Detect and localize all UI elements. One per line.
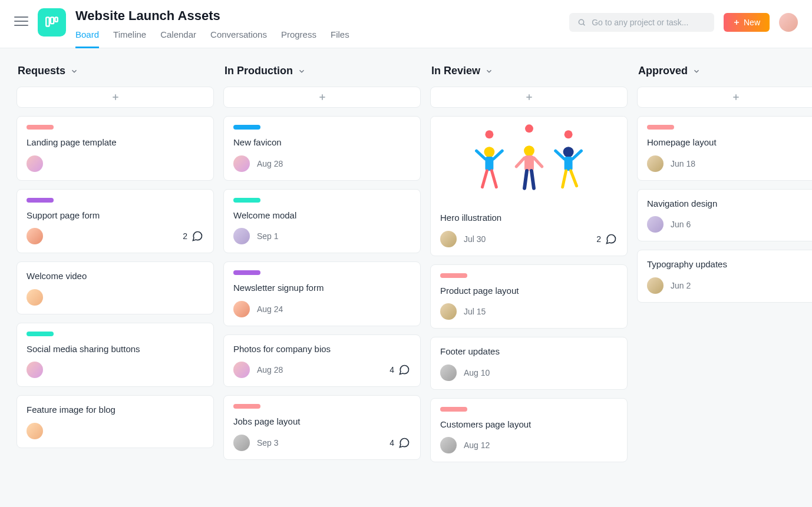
- svg-line-4: [583, 24, 585, 25]
- tab-board[interactable]: Board: [75, 29, 99, 48]
- avatar[interactable]: [27, 362, 43, 378]
- tab-timeline[interactable]: Timeline: [113, 29, 146, 48]
- svg-point-16: [484, 147, 494, 157]
- card-title: Newsletter signup form: [233, 282, 411, 294]
- card-date: Jul 15: [464, 307, 486, 316]
- task-card[interactable]: Navigation design Jun 6: [637, 189, 812, 242]
- column-header[interactable]: In Production: [223, 62, 421, 78]
- task-card[interactable]: Product page layout Jul 15: [430, 264, 628, 329]
- add-card-button[interactable]: [223, 87, 421, 108]
- column-header[interactable]: In Review: [430, 62, 628, 78]
- task-card[interactable]: Welcome modal Sep 1: [223, 189, 421, 254]
- add-card-button[interactable]: [637, 87, 812, 108]
- card-title: Photos for company bios: [233, 343, 411, 355]
- card-footer: Sep 1: [233, 228, 411, 244]
- card-tag: [233, 270, 260, 275]
- task-card[interactable]: Customers page layout Aug 12: [430, 398, 628, 463]
- plus-icon: [318, 92, 327, 102]
- column: In ProductionNew favicon Aug 28 Welcome …: [223, 62, 421, 493]
- plus-icon: [731, 92, 741, 102]
- avatar[interactable]: [647, 155, 664, 172]
- column-header[interactable]: Requests: [16, 62, 214, 78]
- avatar[interactable]: [233, 155, 250, 172]
- avatar[interactable]: [440, 303, 457, 320]
- task-card[interactable]: Landing page template: [16, 116, 214, 181]
- avatar[interactable]: [233, 435, 250, 451]
- card-date: Jun 2: [671, 281, 691, 290]
- card-tag: [233, 404, 260, 409]
- add-card-button[interactable]: [430, 87, 628, 108]
- svg-point-18: [524, 145, 534, 156]
- avatar[interactable]: [27, 155, 43, 172]
- avatar[interactable]: [233, 362, 250, 378]
- card-title: Welcome modal: [233, 210, 411, 221]
- column: RequestsLanding page template Support pa…: [16, 62, 214, 493]
- svg-point-20: [563, 147, 574, 157]
- add-card-button[interactable]: [16, 87, 214, 108]
- new-button[interactable]: New: [724, 13, 770, 32]
- comment-count[interactable]: 2: [596, 233, 618, 245]
- task-card[interactable]: Welcome video: [16, 261, 214, 314]
- card-footer: Aug 28: [233, 155, 411, 172]
- avatar[interactable]: [27, 228, 43, 244]
- card-footer: Aug 28 4: [233, 362, 411, 378]
- comment-count[interactable]: 2: [183, 230, 204, 242]
- menu-icon[interactable]: [14, 14, 28, 28]
- avatar[interactable]: [779, 13, 798, 32]
- card-date: Jul 30: [464, 234, 486, 244]
- svg-point-14: [525, 124, 533, 132]
- avatar[interactable]: [440, 364, 457, 381]
- task-card[interactable]: Newsletter signup form Aug 24: [223, 261, 421, 326]
- avatar[interactable]: [27, 289, 43, 306]
- card-title: Jobs page layout: [233, 416, 411, 428]
- task-card[interactable]: Typography updates Jun 2: [637, 250, 812, 303]
- avatar[interactable]: [233, 228, 250, 244]
- avatar[interactable]: [647, 277, 664, 294]
- tab-progress[interactable]: Progress: [281, 29, 316, 48]
- comment-count[interactable]: 4: [390, 437, 411, 449]
- card-tag: [233, 198, 260, 203]
- search-icon: [577, 18, 586, 27]
- task-card[interactable]: Social media sharing buttons: [16, 323, 214, 387]
- card-date: Sep 1: [257, 231, 279, 241]
- comment-count[interactable]: 4: [390, 364, 411, 376]
- plus-icon: [111, 92, 120, 102]
- card-footer: Aug 12: [440, 437, 618, 453]
- plus-icon: [524, 92, 534, 102]
- card-title: Homepage layout: [647, 137, 812, 148]
- card-title: Feature image for blog: [27, 404, 204, 416]
- task-card[interactable]: Photos for company bios Aug 28 4: [223, 334, 421, 387]
- card-footer: Sep 3 4: [233, 435, 411, 451]
- card-date: Aug 28: [257, 365, 283, 375]
- column: In Review Hero il: [430, 62, 628, 493]
- task-card[interactable]: New favicon Aug 28: [223, 116, 421, 181]
- card-title: Typography updates: [647, 259, 812, 270]
- task-card[interactable]: Hero illustration Jul 30 2: [430, 116, 628, 256]
- column-header[interactable]: Approved: [637, 62, 812, 78]
- card-tag: [647, 125, 674, 130]
- chevron-down-icon: [298, 67, 306, 75]
- column: ApprovedHomepage layout Jun 18 Navigatio…: [637, 62, 812, 493]
- comment-icon: [398, 437, 411, 449]
- avatar[interactable]: [440, 437, 457, 453]
- card-tag: [27, 198, 54, 203]
- card-footer: Jul 15: [440, 303, 618, 320]
- tab-calendar[interactable]: Calendar: [160, 29, 196, 48]
- task-card[interactable]: Homepage layout Jun 18: [637, 116, 812, 181]
- search-box[interactable]: [569, 13, 714, 32]
- task-card[interactable]: Support page form 2: [16, 189, 214, 254]
- avatar[interactable]: [440, 231, 457, 247]
- search-input[interactable]: [592, 18, 706, 27]
- column-title: In Review: [431, 65, 480, 77]
- avatar[interactable]: [233, 301, 250, 317]
- task-card[interactable]: Feature image for blog: [16, 395, 214, 448]
- page-title: Website Launch Assets: [75, 8, 560, 24]
- task-card[interactable]: Jobs page layout Sep 3 4: [223, 395, 421, 460]
- tab-files[interactable]: Files: [331, 29, 349, 48]
- tab-conversations[interactable]: Conversations: [210, 29, 267, 48]
- card-title: Product page layout: [440, 285, 618, 297]
- task-card[interactable]: Footer updates Aug 10: [430, 337, 628, 390]
- avatar[interactable]: [647, 216, 664, 233]
- avatar[interactable]: [27, 423, 43, 439]
- svg-rect-0: [46, 17, 49, 26]
